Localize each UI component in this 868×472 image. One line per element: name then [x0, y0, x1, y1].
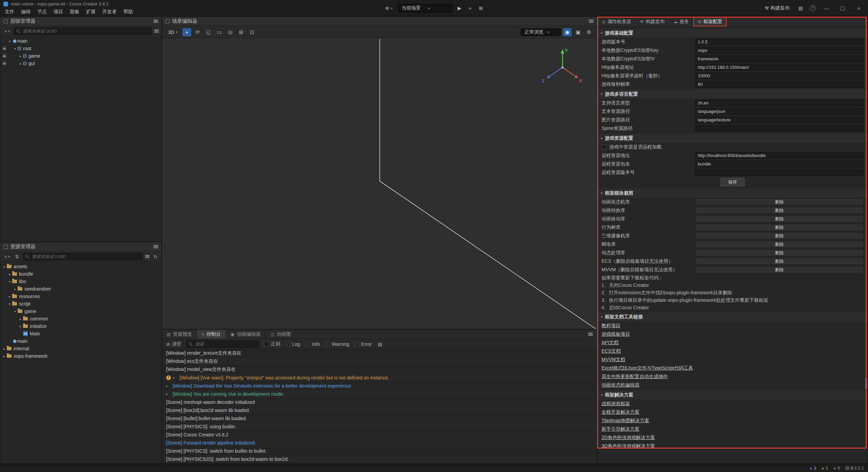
pivot-toggle[interactable]: ⊞: [237, 28, 245, 36]
menu-项目[interactable]: 项目: [50, 9, 66, 15]
log-line[interactable]: [Window] ecs文件夹存在: [162, 357, 597, 366]
log-line[interactable]: ▸[Window] You are running Vue in develop…: [162, 390, 597, 398]
regex-checkbox[interactable]: [264, 341, 269, 347]
refresh-assets-icon[interactable]: ↻: [152, 253, 159, 260]
assets-search-input[interactable]: [31, 254, 140, 259]
input-图片资源路径[interactable]: [695, 116, 864, 123]
preview-target-button[interactable]: ⊚▾: [383, 4, 395, 12]
expand-arrow[interactable]: ▸: [18, 62, 23, 65]
warning-count[interactable]: ●1: [822, 466, 828, 471]
help-icon[interactable]: ?: [810, 5, 816, 11]
tab-属性检查器[interactable]: ◎属性检查器: [597, 17, 635, 26]
expand-arrow[interactable]: ▾: [2, 265, 7, 269]
rotate-tool[interactable]: ⟳: [193, 28, 202, 36]
input-游戏版本号[interactable]: [695, 38, 864, 45]
tab-服务[interactable]: ☁服务: [669, 17, 693, 26]
log-line[interactable]: [Scene] [PHYSICS2D]: switch from box2d-w…: [162, 455, 597, 463]
camera-icon[interactable]: ▣: [574, 28, 583, 36]
preview-grid-button[interactable]: ⊞: [477, 4, 485, 12]
log-line[interactable]: !▸[Window] [Vue warn]: Property "onInput…: [162, 374, 597, 382]
step-button[interactable]: »: [467, 4, 474, 12]
link-教程项目[interactable]: 教程项目: [597, 321, 868, 330]
lock-icon[interactable]: [2, 46, 7, 51]
expand-arrow[interactable]: ▾: [7, 280, 12, 283]
scale-tool[interactable]: ◱: [204, 28, 213, 36]
move-tool[interactable]: +: [182, 28, 191, 36]
tree-item-Main[interactable]: TSMain: [0, 330, 161, 337]
hierarchy-search-input[interactable]: [22, 28, 149, 34]
tree-item-seedrandom[interactable]: ▸seedrandom: [0, 285, 161, 293]
log-line[interactable]: ▸[Window] Download the Vue Devtools exte…: [162, 382, 597, 390]
input-文本资源路径[interactable]: [695, 108, 864, 115]
tree-item-internal[interactable]: ▸internal: [0, 345, 161, 352]
scene-viewport[interactable]: Y X Z: [162, 38, 597, 329]
section-header[interactable]: ▾框架解决方案: [597, 390, 868, 399]
log-line[interactable]: [Scene] [bullet]:bullet wasm lib loaded.: [162, 414, 597, 422]
link-战棋游戏框架[interactable]: 战棋游戏框架: [597, 399, 868, 408]
menu-节点[interactable]: 节点: [34, 9, 50, 15]
hierarchy-filter-icon[interactable]: [154, 29, 159, 33]
export-log-icon[interactable]: ▤: [376, 341, 383, 348]
delete-button[interactable]: 删除: [695, 207, 864, 214]
menu-文件[interactable]: 文件: [1, 9, 18, 15]
log-line[interactable]: [Scene] Forward render pipeline initiali…: [162, 439, 597, 447]
console-search-input[interactable]: [195, 341, 256, 347]
tree-item-gui[interactable]: ▸gui: [0, 60, 161, 67]
expand-arrow[interactable]: ▸: [18, 324, 23, 328]
expand-arrow[interactable]: ▾: [7, 39, 12, 43]
layout-icon[interactable]: ▤: [796, 4, 805, 12]
expand-arrow[interactable]: ▸: [18, 317, 23, 321]
input-本地数据CryptoES加密Key[interactable]: [695, 47, 864, 54]
delete-button[interactable]: 删除: [695, 241, 864, 248]
link-原生包热更新配置自动生成插件[interactable]: 原生包热更新配置自动生成插件: [597, 372, 868, 381]
tree-item-main[interactable]: main: [0, 337, 161, 345]
link-API文档[interactable]: API文档: [597, 338, 868, 347]
input-远程资源包名[interactable]: [695, 160, 864, 168]
menu-编辑[interactable]: 编辑: [18, 9, 34, 15]
expand-arrow[interactable]: ▸: [7, 272, 12, 276]
input-远程资源版本号[interactable]: [695, 169, 864, 176]
tree-item-bundle[interactable]: ▸bundle: [0, 270, 161, 278]
message-count[interactable]: ●3: [810, 466, 816, 471]
expand-arrow[interactable]: ▾: [13, 310, 18, 313]
delete-button[interactable]: 删除: [695, 215, 864, 222]
transform-space-toggle[interactable]: ◎: [226, 28, 235, 36]
tab-动画图[interactable]: ◫动画图: [266, 330, 296, 339]
input-游戏每秒帧率[interactable]: [695, 81, 864, 88]
tree-item-script[interactable]: ▾script: [0, 300, 161, 308]
filter-error[interactable]: ✓Error: [354, 341, 372, 347]
expand-arrow[interactable]: ▾: [7, 302, 12, 306]
expand-arrow[interactable]: ▸: [18, 54, 23, 58]
link-Tiledmap地图解决方案[interactable]: Tiledmap地图解决方案: [597, 416, 868, 425]
tree-item-oops-framework[interactable]: ▸oops-framework: [0, 352, 161, 360]
expand-arrow[interactable]: ▸: [7, 295, 12, 298]
link-MVVM文档[interactable]: MVVM文档: [597, 355, 868, 364]
tab-动画编辑器[interactable]: ▣动画编辑器: [226, 330, 265, 339]
delete-button[interactable]: 删除: [695, 258, 864, 265]
link-2D角色扮演游戏解决方案[interactable]: 2D角色扮演游戏解决方案: [597, 433, 868, 442]
tree-item-game[interactable]: ▾game: [0, 308, 161, 315]
expand-arrow[interactable]: ▸: [13, 287, 18, 291]
tree-item-initialize[interactable]: ▸initialize: [0, 322, 161, 330]
link-ECS文档[interactable]: ECS文档: [597, 347, 868, 355]
input-Http服务器地址[interactable]: [695, 64, 864, 71]
expand-caret[interactable]: ▸: [166, 392, 170, 396]
input-支持语言类型[interactable]: [695, 99, 864, 106]
input-Spine资源路径[interactable]: [695, 125, 864, 132]
axis-gizmo[interactable]: Y X Z: [540, 46, 585, 86]
input-本地数据CryptoES加密IV[interactable]: [695, 55, 864, 62]
section-header[interactable]: ▾游戏资源配置: [597, 134, 868, 143]
link-动画状态机编辑器[interactable]: 动画状态机编辑器: [597, 381, 868, 389]
delete-button[interactable]: 删除: [695, 198, 864, 205]
log-line[interactable]: [Scene] meshopt wasm decoder initialized: [162, 398, 597, 406]
section-header[interactable]: ▾游戏基础配置: [597, 28, 868, 38]
console-menu-icon[interactable]: [588, 333, 593, 336]
rect-tool[interactable]: ▭: [215, 28, 224, 36]
menu-开发者[interactable]: 开发者: [99, 9, 120, 15]
link-全栈开发解决方案[interactable]: 全栈开发解决方案: [597, 408, 868, 416]
filter-log[interactable]: ✓Log: [285, 341, 300, 347]
link-游戏模板项目[interactable]: 游戏模板项目: [597, 330, 868, 338]
lighting-toggle-icon[interactable]: ◉: [563, 28, 572, 36]
lock-icon[interactable]: [2, 54, 7, 58]
assets-menu-icon[interactable]: [154, 245, 158, 248]
